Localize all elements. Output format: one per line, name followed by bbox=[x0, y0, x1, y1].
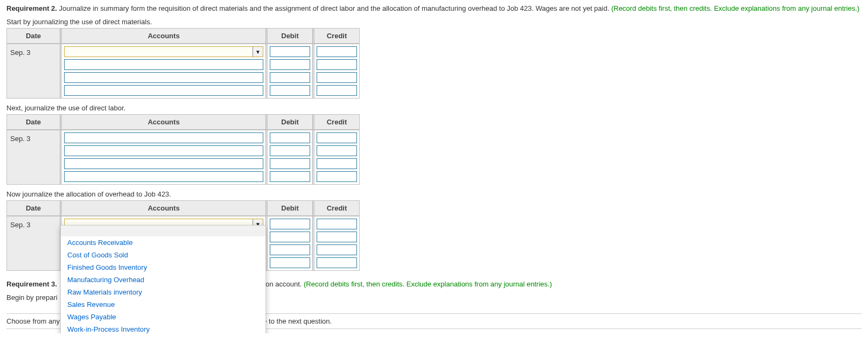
credit-input-row1[interactable] bbox=[317, 132, 357, 143]
credit-input-row4[interactable] bbox=[317, 257, 357, 268]
credit-input-row3[interactable] bbox=[317, 158, 357, 169]
debit-cell bbox=[266, 130, 313, 185]
requirement-2-label: Requirement 2. bbox=[6, 4, 57, 12]
footer-left: Choose from any bbox=[6, 317, 60, 325]
header-date: Date bbox=[6, 28, 60, 44]
debit-cell bbox=[266, 216, 313, 271]
requirement-3-label: Requirement 3. bbox=[6, 280, 57, 288]
credit-input-row2[interactable] bbox=[317, 59, 357, 70]
debit-input-row3[interactable] bbox=[270, 158, 310, 169]
header-accounts: Accounts bbox=[60, 28, 266, 44]
footer-right: e to the next question. bbox=[263, 317, 332, 325]
dropdown-option[interactable]: Work-in-Process Inventory bbox=[61, 323, 265, 333]
credit-cell bbox=[313, 44, 360, 99]
journal-table-direct-labor: Date Accounts Debit Credit Sep. 3 bbox=[6, 114, 360, 185]
account-select-row1[interactable]: ▼ bbox=[64, 46, 263, 57]
account-input-row1[interactable] bbox=[64, 132, 263, 143]
credit-input-row1[interactable] bbox=[317, 219, 357, 229]
debit-input-row1[interactable] bbox=[270, 46, 310, 57]
instruction-2: Next, journalize the use of direct labor… bbox=[6, 104, 862, 112]
dropdown-option[interactable]: Finished Goods Inventory bbox=[61, 261, 265, 274]
accounts-cell bbox=[60, 130, 266, 185]
dropdown-option[interactable]: Cost of Goods Sold bbox=[61, 249, 265, 261]
dropdown-option[interactable]: Accounts Receivable bbox=[61, 236, 265, 249]
header-debit: Debit bbox=[266, 114, 313, 130]
credit-input-row4[interactable] bbox=[317, 85, 357, 96]
header-accounts: Accounts bbox=[60, 200, 266, 216]
date-cell: Sep. 3 bbox=[6, 130, 60, 185]
account-input-row4[interactable] bbox=[64, 85, 263, 96]
credit-input-row3[interactable] bbox=[317, 244, 357, 255]
account-input-row3[interactable] bbox=[64, 72, 263, 83]
header-debit: Debit bbox=[266, 28, 313, 44]
header-credit: Credit bbox=[313, 114, 360, 130]
requirement-3-hint: (Record debits first, then credits. Excl… bbox=[304, 280, 552, 288]
chevron-down-icon: ▼ bbox=[253, 47, 263, 57]
account-input-row2[interactable] bbox=[64, 59, 263, 70]
debit-input-row1[interactable] bbox=[270, 132, 310, 143]
requirement-2-hint: (Record debits first, then credits. Excl… bbox=[611, 4, 859, 12]
account-input-row2[interactable] bbox=[64, 145, 263, 156]
debit-input-row2[interactable] bbox=[270, 232, 310, 242]
date-cell: Sep. 3 bbox=[6, 44, 60, 99]
credit-input-row2[interactable] bbox=[317, 145, 357, 156]
debit-input-row3[interactable] bbox=[270, 244, 310, 255]
instruction-3: Now journalize the allocation of overhea… bbox=[6, 190, 862, 198]
dropdown-option[interactable]: Wages Payable bbox=[61, 311, 265, 323]
requirement-2-line: Requirement 2. Journalize in summary for… bbox=[6, 4, 862, 12]
header-accounts: Accounts bbox=[60, 114, 266, 130]
requirement-3-mid: on account. bbox=[265, 280, 304, 288]
account-input-row4[interactable] bbox=[64, 171, 263, 182]
dropdown-option[interactable]: Raw Materials inventory bbox=[61, 286, 265, 298]
debit-input-row2[interactable] bbox=[270, 145, 310, 156]
header-credit: Credit bbox=[313, 200, 360, 216]
account-input-row3[interactable] bbox=[64, 158, 263, 169]
dropdown-option[interactable]: Sales Revenue bbox=[61, 298, 265, 311]
header-date: Date bbox=[6, 200, 60, 216]
dropdown-option[interactable]: Manufacturing Overhead bbox=[61, 274, 265, 286]
dropdown-blank-option[interactable] bbox=[61, 226, 265, 236]
instruction-1: Start by journalizing the use of direct … bbox=[6, 18, 862, 26]
credit-input-row1[interactable] bbox=[317, 46, 357, 57]
credit-input-row4[interactable] bbox=[317, 171, 357, 182]
debit-input-row3[interactable] bbox=[270, 72, 310, 83]
header-credit: Credit bbox=[313, 28, 360, 44]
journal-table-direct-materials: Date Accounts Debit Credit Sep. 3 ▼ bbox=[6, 28, 360, 99]
credit-cell bbox=[313, 130, 360, 185]
date-cell: Sep. 3 bbox=[6, 216, 60, 271]
debit-cell bbox=[266, 44, 313, 99]
header-debit: Debit bbox=[266, 200, 313, 216]
debit-input-row4[interactable] bbox=[270, 171, 310, 182]
accounts-cell: ▼ bbox=[60, 44, 266, 99]
credit-cell bbox=[313, 216, 360, 271]
header-date: Date bbox=[6, 114, 60, 130]
credit-input-row3[interactable] bbox=[317, 72, 357, 83]
debit-input-row2[interactable] bbox=[270, 59, 310, 70]
credit-input-row2[interactable] bbox=[317, 232, 357, 242]
requirement-2-text: Journalize in summary form the requisiti… bbox=[57, 4, 611, 12]
debit-input-row1[interactable] bbox=[270, 219, 310, 229]
debit-input-row4[interactable] bbox=[270, 85, 310, 96]
debit-input-row4[interactable] bbox=[270, 257, 310, 268]
account-dropdown[interactable]: Accounts Receivable Cost of Goods Sold F… bbox=[60, 225, 266, 333]
